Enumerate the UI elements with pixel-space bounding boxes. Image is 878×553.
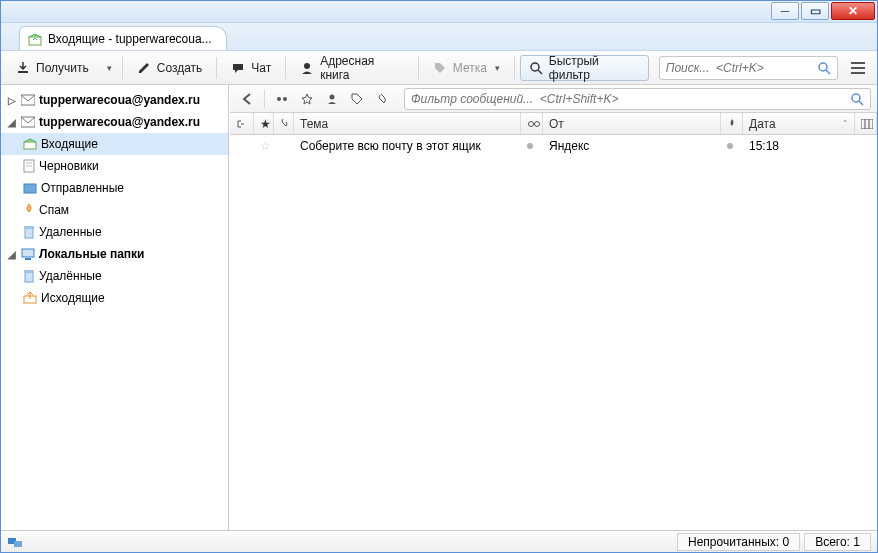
create-button[interactable]: Создать (128, 55, 212, 81)
account-label: tupperwarecoua@yandex.ru (39, 115, 200, 129)
svg-rect-1 (18, 71, 28, 73)
read-dot-icon (527, 143, 533, 149)
svg-point-21 (277, 97, 281, 101)
filter-search-box[interactable] (404, 88, 871, 110)
svg-point-24 (852, 94, 860, 102)
separator (122, 57, 123, 79)
filter-search-input[interactable] (411, 92, 850, 106)
trash-icon (23, 225, 35, 239)
folder-inbox[interactable]: Входящие (1, 133, 228, 155)
tab-inbox[interactable]: Входящие - tupperwarecoua... (19, 26, 227, 50)
folder-label: Удаленные (39, 225, 102, 239)
inbox-icon (28, 32, 42, 46)
folder-trash[interactable]: Удаленные (1, 221, 228, 243)
svg-rect-15 (24, 226, 34, 228)
filter-contact-button[interactable] (321, 89, 343, 109)
twisty-icon[interactable]: ◢ (7, 249, 17, 260)
folder-label: Удалённые (39, 269, 102, 283)
col-read[interactable] (521, 113, 543, 134)
computer-icon (21, 248, 35, 260)
message-from: Яндекс (549, 139, 589, 153)
col-from-label: От (549, 117, 564, 131)
get-mail-dropdown[interactable]: ▾ (100, 55, 117, 81)
filter-starred-button[interactable] (296, 89, 318, 109)
quickfilter-button[interactable]: Быстрый фильтр (520, 55, 649, 81)
main-toolbar: Получить ▾ Создать Чат Адресная книга Ме… (1, 51, 877, 85)
svg-point-27 (535, 121, 540, 126)
close-button[interactable]: ✕ (831, 2, 875, 20)
col-thread[interactable] (230, 113, 254, 134)
star-icon: ★ (260, 117, 271, 131)
message-row[interactable]: ☆ Соберите всю почту в этот ящик Яндекс … (230, 135, 877, 157)
unread-panel: Непрочитанных: 0 (677, 533, 800, 551)
col-star[interactable]: ★ (254, 113, 274, 134)
outbox-icon (23, 292, 37, 304)
minimize-button[interactable]: ─ (771, 2, 799, 20)
svg-rect-19 (24, 270, 34, 272)
filter-unread-button[interactable] (271, 89, 293, 109)
folder-label: Исходящие (41, 291, 105, 305)
flame-icon (23, 203, 35, 217)
envelope-icon (21, 116, 35, 128)
svg-rect-29 (861, 119, 873, 129)
chevron-down-icon: ▾ (495, 63, 500, 73)
filter-tags-button[interactable] (346, 89, 368, 109)
addressbook-button[interactable]: Адресная книга (291, 55, 413, 81)
local-folders-row[interactable]: ◢ Локальные папки (1, 243, 228, 265)
account-row[interactable]: ▷ tupperwarecoua@yandex.ru (1, 89, 228, 111)
col-attachment[interactable] (274, 113, 294, 134)
folder-spam[interactable]: Спам (1, 199, 228, 221)
svg-point-26 (529, 121, 534, 126)
tag-icon (433, 61, 447, 75)
get-mail-button[interactable]: Получить (7, 55, 98, 81)
message-list: ☆ Соберите всю почту в этот ящик Яндекс … (230, 135, 877, 530)
col-date[interactable]: Дата˄ (743, 113, 855, 134)
unread-count: 0 (782, 535, 789, 549)
unread-label: Непрочитанных: (688, 535, 779, 549)
svg-line-4 (538, 70, 542, 74)
global-search[interactable] (659, 56, 838, 80)
separator (285, 57, 286, 79)
star-outline-icon[interactable]: ☆ (260, 139, 271, 153)
sent-icon (23, 182, 37, 194)
sort-asc-icon: ˄ (843, 119, 848, 129)
status-bar: Непрочитанных: 0 Всего: 1 (1, 530, 877, 552)
svg-rect-14 (25, 228, 33, 238)
search-icon[interactable] (850, 92, 864, 106)
folder-drafts[interactable]: Черновики (1, 155, 228, 177)
chat-icon (231, 61, 245, 75)
column-picker[interactable] (855, 113, 877, 134)
total-label: Всего: (815, 535, 850, 549)
maximize-button[interactable]: ▭ (801, 2, 829, 20)
col-from[interactable]: От (543, 113, 721, 134)
tag-button[interactable]: Метка ▾ (424, 55, 509, 81)
separator (514, 57, 515, 79)
twisty-icon[interactable]: ◢ (7, 117, 17, 128)
download-icon (16, 61, 30, 75)
message-date: 15:18 (749, 139, 779, 153)
chat-button[interactable]: Чат (222, 55, 280, 81)
quickfilter-label: Быстрый фильтр (549, 54, 640, 82)
envelope-icon (21, 94, 35, 106)
attachment-icon (280, 118, 290, 130)
col-subject[interactable]: Тема (294, 113, 521, 134)
online-icon[interactable] (7, 535, 23, 549)
search-icon[interactable] (817, 61, 831, 75)
folder-outbox[interactable]: Исходящие (1, 287, 228, 309)
filter-attachment-button[interactable] (371, 89, 393, 109)
person-icon (300, 61, 314, 75)
get-mail-label: Получить (36, 61, 89, 75)
filter-back-button[interactable] (236, 89, 258, 109)
folder-local-trash[interactable]: Удалённые (1, 265, 228, 287)
menu-button[interactable] (846, 55, 871, 81)
col-status[interactable] (721, 113, 743, 134)
svg-point-22 (283, 97, 287, 101)
status-dot-icon (727, 143, 733, 149)
twisty-icon[interactable]: ▷ (7, 95, 17, 106)
search-input[interactable] (666, 61, 817, 75)
separator (418, 57, 419, 79)
folder-sent[interactable]: Отправленные (1, 177, 228, 199)
message-pane: ★ Тема От Дата˄ ☆ Соберите всю почту в э… (229, 85, 877, 530)
inbox-icon (23, 138, 37, 150)
account-row[interactable]: ◢ tupperwarecoua@yandex.ru (1, 111, 228, 133)
